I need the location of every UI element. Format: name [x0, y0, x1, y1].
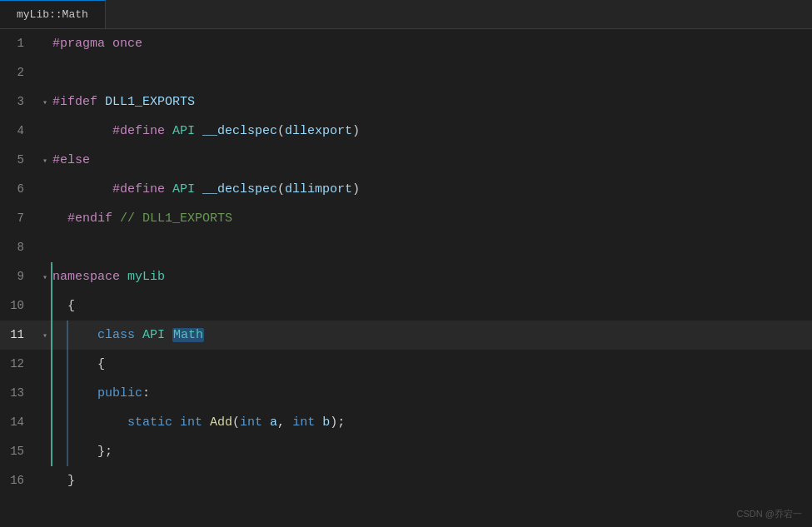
code-line: {: [52, 291, 812, 321]
line-number: 13: [0, 379, 37, 408]
code-line: #ifdef DLL1_EXPORTS: [52, 87, 812, 117]
tab-label: myLib::Math: [17, 8, 88, 21]
token: #endif: [52, 211, 120, 226]
lines-wrapper: 1#pragma once2 3▾#ifdef DLL1_EXPORTS4 #d…: [0, 29, 812, 527]
line-number: 3: [0, 87, 37, 117]
table-row: 2: [0, 58, 812, 87]
token: static: [52, 415, 180, 430]
token: #else: [52, 153, 90, 167]
code-line: {: [52, 350, 812, 379]
token: Add: [210, 415, 232, 430]
table-row: 10 {: [0, 291, 812, 321]
token: API: [172, 182, 202, 196]
token: ): [352, 124, 360, 138]
table-row: 15 };: [0, 437, 812, 466]
token: dllexport: [285, 124, 352, 138]
namespace-indent-border: [51, 262, 52, 466]
line-number: 2: [0, 58, 37, 87]
code-line: public:: [52, 379, 812, 408]
code-line: namespace myLib: [52, 262, 812, 291]
table-row: 12 {: [0, 350, 812, 379]
line-number: 11: [0, 321, 37, 350]
code-line: }: [52, 466, 812, 495]
line-number: 12: [0, 350, 37, 379]
line-number: 9: [0, 262, 37, 291]
token: #define: [52, 124, 172, 138]
code-line: [52, 58, 812, 87]
token: #pragma: [52, 37, 112, 51]
table-row: 9▾namespace myLib: [0, 262, 812, 291]
fold-indicator: [37, 466, 52, 495]
token: ): [352, 182, 360, 196]
token: __declspec: [202, 182, 277, 196]
token: int: [180, 415, 210, 430]
token: b: [322, 415, 330, 430]
token: (: [277, 182, 285, 196]
token: :: [142, 386, 150, 400]
table-row: 6 #define API __declspec(dllimport): [0, 175, 812, 204]
code-line: class API Math: [52, 321, 812, 350]
token: myLib: [127, 270, 165, 284]
line-number: 7: [0, 204, 37, 233]
table-row: 13 public:: [0, 379, 812, 408]
line-number: 15: [0, 437, 37, 466]
token: int: [292, 415, 322, 430]
token: once: [112, 37, 142, 51]
token: #ifdef: [52, 95, 105, 109]
table-row: 3▾#ifdef DLL1_EXPORTS: [0, 87, 812, 117]
table-row: 8: [0, 233, 812, 262]
token: #define: [52, 182, 172, 196]
code-line: #else: [52, 146, 812, 175]
line-number: 14: [0, 408, 37, 437]
watermark: CSDN @乔宕一: [737, 508, 802, 520]
token: API: [172, 124, 202, 138]
line-number: 6: [0, 175, 37, 204]
token: // DLL1_EXPORTS: [120, 211, 232, 226]
fold-indicator: [37, 29, 52, 58]
token: (: [277, 124, 285, 138]
token: int: [240, 415, 270, 430]
fold-indicator: [37, 204, 52, 233]
token: Math: [172, 328, 204, 342]
table-row: 5▾#else: [0, 146, 812, 175]
line-number: 5: [0, 146, 37, 175]
token: __declspec: [202, 124, 277, 138]
code-line: #define API __declspec(dllexport): [52, 117, 812, 146]
token: DLL1_EXPORTS: [105, 95, 195, 109]
class-indent-border: [67, 321, 68, 466]
line-number: 16: [0, 466, 37, 495]
fold-indicator: [37, 58, 52, 87]
active-tab[interactable]: myLib::Math: [0, 0, 106, 28]
table-row: 7 #endif // DLL1_EXPORTS: [0, 204, 812, 233]
token: );: [330, 415, 345, 430]
code-line: };: [52, 437, 812, 466]
token: }: [52, 474, 75, 488]
line-number: 1: [0, 29, 37, 58]
table-row: 1#pragma once: [0, 29, 812, 58]
token: };: [52, 445, 112, 459]
code-line: #define API __declspec(dllimport): [52, 175, 812, 204]
fold-indicator[interactable]: ▾: [37, 87, 52, 117]
editor-container: myLib::Math 1#pragma once2 3▾#ifdef DLL1…: [0, 0, 812, 527]
line-number: 8: [0, 233, 37, 262]
table-row: 11▾ class API Math: [0, 321, 812, 350]
line-number: 4: [0, 117, 37, 146]
code-line: #endif // DLL1_EXPORTS: [52, 204, 812, 233]
fold-indicator: [37, 175, 52, 204]
code-line: static int Add(int a, int b);: [52, 408, 812, 437]
token: API: [142, 328, 172, 342]
token: dllimport: [285, 182, 352, 196]
table-row: 4 #define API __declspec(dllexport): [0, 117, 812, 146]
token: namespace: [52, 270, 127, 284]
code-line: [52, 233, 812, 262]
fold-indicator[interactable]: ▾: [37, 146, 52, 175]
token: a: [270, 415, 277, 430]
token: ,: [277, 415, 292, 430]
code-line: #pragma once: [52, 29, 812, 58]
tab-bar: myLib::Math: [0, 0, 812, 29]
fold-indicator: [37, 233, 52, 262]
table-row: 16 }: [0, 466, 812, 495]
token: {: [52, 299, 75, 313]
token: (: [232, 415, 240, 430]
fold-indicator: [37, 117, 52, 146]
